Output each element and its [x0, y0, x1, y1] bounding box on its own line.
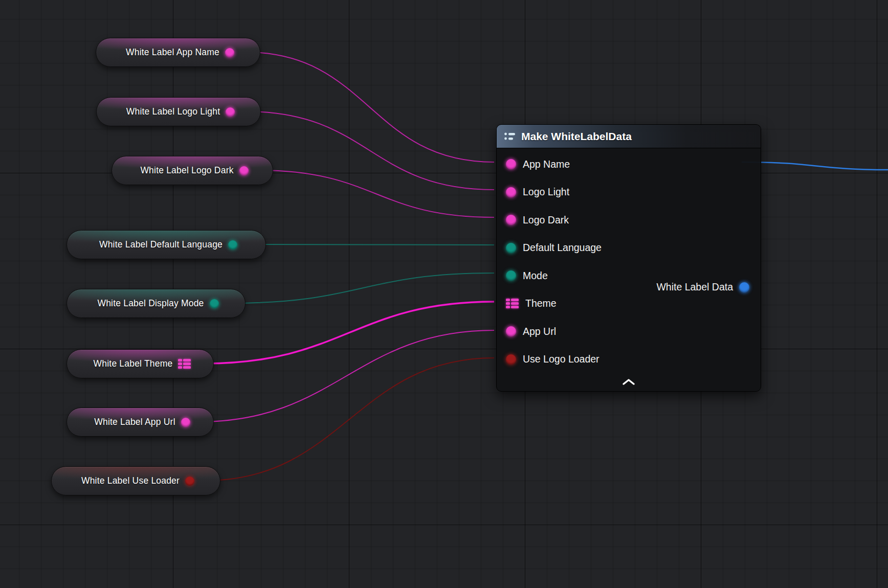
variable-node-label: White Label Logo Light — [126, 106, 220, 117]
output-pin-struct[interactable] — [739, 282, 749, 292]
input-row-logo-light: Logo Light — [497, 178, 761, 207]
input-pin-enum[interactable] — [506, 243, 516, 253]
input-pin-string[interactable] — [506, 215, 516, 225]
input-pin-label: App Url — [523, 326, 556, 337]
variable-node-white-label-default-language[interactable]: White Label Default Language — [66, 230, 266, 259]
variable-node-label: White Label App Name — [126, 47, 219, 58]
connection-wire[interactable] — [251, 244, 494, 245]
input-pin-label: App Name — [523, 159, 570, 170]
variable-node-label: White Label Default Language — [99, 239, 223, 250]
variable-node-white-label-app-url[interactable]: White Label App Url — [66, 408, 214, 437]
connection-wire[interactable] — [205, 302, 494, 364]
input-pin-label: Default Language — [523, 242, 602, 254]
blueprint-graph-canvas[interactable]: White Label App Name White Label Logo Li… — [0, 0, 888, 588]
connection-wire[interactable] — [198, 330, 494, 422]
input-row-default-language: Default Language — [497, 234, 761, 262]
node-title: Make WhiteLabelData — [521, 130, 632, 143]
variable-node-white-label-theme[interactable]: White Label Theme — [66, 349, 214, 378]
variable-node-label: White Label Theme — [94, 358, 173, 369]
input-pin-label: Use Logo Loader — [523, 353, 600, 365]
make-whitelabeldata-node[interactable]: Make WhiteLabelData App Name Logo Light … — [496, 124, 761, 392]
connection-wire[interactable] — [258, 170, 494, 217]
connection-wire[interactable] — [246, 111, 494, 190]
variable-node-white-label-display-mode[interactable]: White Label Display Mode — [66, 289, 246, 318]
connection-wire[interactable] — [230, 273, 494, 303]
output-pin-string[interactable] — [225, 48, 234, 57]
variable-node-label: White Label Use Loader — [81, 476, 180, 486]
input-pin-enum[interactable] — [506, 270, 516, 281]
variable-node-white-label-logo-dark[interactable]: White Label Logo Dark — [112, 156, 273, 185]
input-row-app-name: App Name — [497, 150, 761, 178]
output-pin-string[interactable] — [181, 418, 190, 427]
variable-node-white-label-use-loader[interactable]: White Label Use Loader — [51, 466, 220, 495]
connection-wire[interactable] — [742, 162, 888, 170]
output-row-white-label-data: White Label Data — [656, 276, 749, 299]
variable-node-white-label-app-name[interactable]: White Label App Name — [96, 38, 260, 67]
variable-node-label: White Label Logo Dark — [140, 165, 233, 176]
node-header[interactable]: Make WhiteLabelData — [497, 125, 761, 148]
output-pin-label: White Label Data — [656, 281, 733, 293]
input-row-logo-dark: Logo Dark — [497, 206, 761, 234]
connection-wire[interactable] — [205, 358, 494, 481]
output-pin-bool[interactable] — [185, 477, 194, 486]
variable-node-label: White Label App Url — [94, 417, 175, 427]
variable-node-white-label-logo-light[interactable]: White Label Logo Light — [96, 97, 261, 126]
input-row-app-url: App Url — [497, 318, 761, 346]
output-pin-struct-icon[interactable] — [178, 359, 191, 369]
node-body: App Name Logo Light Logo Dark Default La… — [497, 148, 761, 373]
variable-node-label: White Label Display Mode — [97, 298, 204, 309]
output-pin-enum[interactable] — [210, 299, 219, 308]
collapse-pins-button[interactable] — [617, 376, 640, 388]
input-pin-label: Mode — [523, 270, 548, 282]
input-pin-struct-icon[interactable] — [506, 299, 519, 308]
output-pin-enum[interactable] — [228, 240, 237, 250]
input-pin-label: Logo Dark — [523, 214, 569, 226]
input-pin-string[interactable] — [506, 187, 516, 197]
output-pin-string[interactable] — [226, 107, 235, 117]
input-row-use-logo-loader: Use Logo Loader — [497, 346, 761, 374]
input-pin-label: Theme — [525, 298, 557, 309]
input-pin-label: Logo Light — [523, 186, 569, 198]
input-pin-string[interactable] — [506, 326, 516, 336]
input-pin-string[interactable] — [506, 159, 516, 169]
input-pin-bool[interactable] — [506, 354, 516, 365]
chevron-up-icon — [622, 378, 635, 386]
output-pin-string[interactable] — [239, 166, 249, 175]
make-struct-icon — [504, 131, 516, 142]
connection-wire[interactable] — [245, 52, 494, 162]
